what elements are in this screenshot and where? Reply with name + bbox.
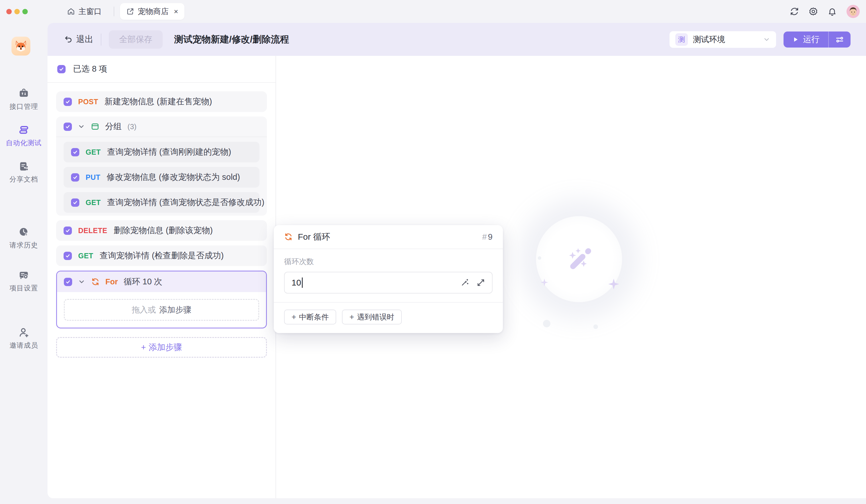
add-step-button[interactable]: + 添加步骤 — [56, 337, 267, 358]
method-badge: GET — [86, 199, 101, 207]
step-index: #9 — [482, 232, 492, 242]
for-loop-body: 拖入或 添加步骤 — [57, 292, 266, 328]
close-tab-icon[interactable]: × — [174, 7, 178, 16]
group-header[interactable]: 分组 (3) — [56, 116, 267, 137]
for-loop-header[interactable]: For 循环 10 次 — [57, 271, 266, 292]
for-loop-popup: For 循环 #9 循环次数 10 — [274, 225, 503, 333]
plus-icon: + — [349, 312, 354, 322]
input-actions — [460, 278, 485, 287]
step-title: 查询宠物详情 (查询宠物状态是否修改成功) — [107, 197, 264, 208]
step-row-delete[interactable]: DELETE 删除宠物信息 (删除该宠物) — [56, 220, 267, 241]
run-button[interactable]: 运行 — [784, 34, 828, 45]
exit-button[interactable]: 退出 — [64, 34, 93, 45]
minimize-window-button[interactable] — [14, 9, 20, 14]
topbar: 主窗口 宠物商店 × — [0, 0, 866, 23]
step-title: 新建宠物信息 (新建在售宠物) — [104, 96, 212, 108]
flow-header-left: 退出 全部保存 测试宠物新建/修改/删除流程 — [64, 30, 289, 49]
step-checkbox[interactable] — [71, 173, 79, 181]
undo-icon — [64, 35, 73, 44]
step-title: 删除宠物信息 (删除该宠物) — [114, 225, 213, 236]
sync-icon[interactable] — [790, 7, 799, 16]
step-title: 修改宠物信息 (修改宠物状态为 sold) — [107, 171, 240, 183]
tab-pet-store[interactable]: 宠物商店 × — [120, 3, 185, 20]
sidebar-item-label: 自动化测试 — [6, 138, 42, 147]
step-row-get-3[interactable]: GET 查询宠物详情 (检查删除是否成功) — [56, 245, 267, 266]
step-title: 查询宠物详情 (检查删除是否成功) — [100, 250, 224, 261]
collapse-chevron-icon[interactable] — [78, 278, 85, 285]
exit-label: 退出 — [76, 34, 93, 45]
on-error-button[interactable]: + 遇到错误时 — [342, 310, 401, 324]
bell-icon[interactable] — [828, 7, 837, 16]
environment-select[interactable]: 测 测试环境 — [669, 31, 776, 48]
sidebar-item-invite-members[interactable]: 邀请成员 — [0, 327, 47, 350]
popup-title: For 循环 — [298, 231, 330, 243]
step-checkbox[interactable] — [71, 199, 79, 207]
step-row-get-1[interactable]: GET 查询宠物详情 (查询刚刚建的宠物) — [64, 142, 259, 163]
app-window: 主窗口 宠物商店 × — [0, 0, 866, 504]
method-badge: GET — [86, 148, 101, 156]
step-checkbox[interactable] — [64, 98, 72, 106]
steps-panel: 已选 8 项 POST 新建宠物信息 (新建在售宠物) — [47, 56, 276, 498]
step-index-number: 9 — [488, 232, 492, 242]
flow-header-right: 测 测试环境 运行 — [669, 31, 851, 48]
environment-badge: 测 — [675, 33, 688, 46]
for-checkbox[interactable] — [64, 278, 72, 286]
loop-count-value: 10 — [291, 278, 301, 288]
group-count: (3) — [127, 122, 137, 131]
group-checkbox[interactable] — [64, 123, 72, 131]
step-checkbox[interactable] — [64, 252, 72, 260]
tab-main-window[interactable]: 主窗口 — [61, 3, 108, 20]
method-badge: PUT — [86, 173, 100, 181]
tab-bar: 主窗口 宠物商店 × — [61, 0, 185, 23]
project-logo[interactable] — [11, 37, 30, 56]
step-row-get-2[interactable]: GET 查询宠物详情 (查询宠物状态是否修改成功) — [64, 192, 259, 213]
run-config-button[interactable] — [829, 35, 851, 44]
sidebar-item-request-history[interactable]: 请求历史 — [0, 227, 47, 250]
popup-footer: + 中断条件 + 遇到错误时 — [274, 303, 503, 333]
run-button-group: 运行 — [784, 32, 851, 47]
sidebar-item-project-settings[interactable]: 项目设置 — [0, 270, 47, 293]
chevron-down-icon — [763, 36, 770, 43]
selection-header: 已选 8 项 — [47, 56, 276, 83]
hash-icon: # — [482, 232, 487, 242]
home-icon — [67, 8, 75, 15]
magic-wand-icon[interactable] — [460, 278, 469, 287]
step-row-put[interactable]: PUT 修改宠物信息 (修改宠物状态为 sold) — [64, 167, 259, 188]
popup-body: 循环次数 10 — [274, 249, 503, 303]
for-keyword: For — [106, 278, 118, 287]
step-checkbox[interactable] — [64, 226, 72, 235]
step-checkbox[interactable] — [71, 148, 79, 156]
dropzone-add-step-link[interactable]: 添加步骤 — [159, 304, 191, 315]
zoom-window-button[interactable] — [22, 9, 28, 14]
group-label: 分组 — [105, 121, 122, 132]
settings-icon[interactable] — [809, 7, 818, 16]
break-condition-label: 中断条件 — [299, 312, 329, 322]
toolbox-icon — [18, 88, 29, 99]
save-all-button[interactable]: 全部保存 — [109, 30, 163, 49]
run-label: 运行 — [803, 34, 820, 45]
tab-separator — [114, 7, 114, 16]
step-row-post[interactable]: POST 新建宠物信息 (新建在售宠物) — [56, 91, 267, 112]
selected-count: 已选 8 项 — [73, 63, 107, 75]
plus-icon: + — [141, 343, 146, 352]
project-settings-icon — [18, 270, 29, 281]
loop-count-input[interactable]: 10 — [284, 272, 492, 293]
expand-icon[interactable] — [477, 278, 485, 287]
close-window-button[interactable] — [6, 9, 12, 14]
decor-dot — [538, 256, 541, 260]
text-caret — [302, 278, 303, 288]
collapse-chevron-icon[interactable] — [78, 123, 85, 130]
sidebar-item-automation-testing[interactable]: 自动化测试 — [0, 125, 47, 147]
sidebar-item-api-management[interactable]: 接口管理 — [0, 88, 47, 111]
method-badge: POST — [78, 98, 98, 106]
sidebar-item-share-docs[interactable]: 分享文档 — [0, 161, 47, 184]
loop-icon — [284, 233, 293, 241]
traffic-lights — [6, 0, 28, 23]
avatar[interactable] — [846, 5, 860, 18]
magic-wand-watermark — [549, 230, 609, 290]
select-all-checkbox[interactable] — [57, 65, 66, 73]
plus-icon: + — [291, 312, 296, 322]
share-doc-icon — [18, 161, 29, 172]
drop-zone[interactable]: 拖入或 添加步骤 — [64, 299, 259, 321]
add-break-condition-button[interactable]: + 中断条件 — [284, 310, 336, 324]
